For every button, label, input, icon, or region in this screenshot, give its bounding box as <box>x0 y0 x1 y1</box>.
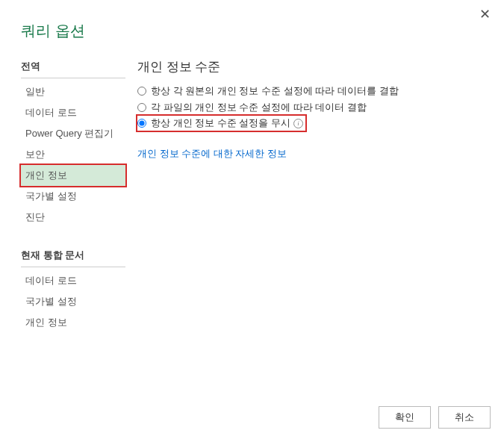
radio-label-3: 항상 개인 정보 수준 설정을 무시 <box>151 116 290 130</box>
privacy-info-link[interactable]: 개인 정보 수준에 대한 자세한 정보 <box>137 147 287 161</box>
close-button[interactable]: ✕ <box>479 7 491 21</box>
radio-option-always-ignore[interactable]: 항상 개인 정보 수준 설정을 무시 i <box>137 116 305 131</box>
privacy-radio-group: 항상 각 원본의 개인 정보 수준 설정에 따라 데이터를 결합 각 파일의 개… <box>137 83 489 131</box>
dialog-footer: 확인 취소 <box>379 406 491 429</box>
close-icon: ✕ <box>479 7 491 22</box>
content-panel: 개인 정보 수준 항상 각 원본의 개인 정보 수준 설정에 따라 데이터를 결… <box>137 58 489 161</box>
sidebar-item-privacy[interactable]: 개인 정보 <box>21 165 125 186</box>
dialog-title: 쿼리 옵션 <box>21 21 85 41</box>
sidebar-item-wb-privacy[interactable]: 개인 정보 <box>21 312 125 333</box>
radio-input-2[interactable] <box>137 103 146 112</box>
sidebar-item-wb-data-load[interactable]: 데이터 로드 <box>21 270 125 291</box>
sidebar-item-data-load[interactable]: 데이터 로드 <box>21 102 125 123</box>
sidebar-item-security[interactable]: 보안 <box>21 144 125 165</box>
radio-input-3[interactable] <box>137 119 146 128</box>
info-icon[interactable]: i <box>293 119 303 128</box>
radio-option-combine-per-file[interactable]: 각 파일의 개인 정보 수준 설정에 따라 데이터 결합 <box>137 99 489 116</box>
sidebar-item-wb-regional[interactable]: 국가별 설정 <box>21 291 125 312</box>
ok-button[interactable]: 확인 <box>379 406 431 429</box>
content-title: 개인 정보 수준 <box>137 58 489 75</box>
sidebar-section-workbook-header: 현재 통합 문서 <box>21 249 125 267</box>
sidebar-section-global-header: 전역 <box>21 60 125 78</box>
cancel-button[interactable]: 취소 <box>438 406 491 429</box>
sidebar-item-power-query-editor[interactable]: Power Query 편집기 <box>21 123 125 144</box>
sidebar: 전역 일반 데이터 로드 Power Query 편집기 보안 개인 정보 국가… <box>21 60 125 333</box>
sidebar-item-regional[interactable]: 국가별 설정 <box>21 186 125 207</box>
sidebar-item-general[interactable]: 일반 <box>21 81 125 102</box>
radio-option-always-combine-source[interactable]: 항상 각 원본의 개인 정보 수준 설정에 따라 데이터를 결합 <box>137 83 489 99</box>
radio-label-1: 항상 각 원본의 개인 정보 수준 설정에 따라 데이터를 결합 <box>151 84 399 98</box>
radio-input-1[interactable] <box>137 87 146 96</box>
radio-label-2: 각 파일의 개인 정보 수준 설정에 따라 데이터 결합 <box>151 101 367 114</box>
sidebar-item-diagnostics[interactable]: 진단 <box>21 207 125 228</box>
